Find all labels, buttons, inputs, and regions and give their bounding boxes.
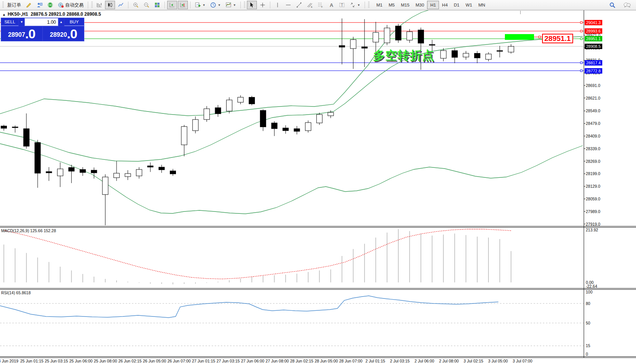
candle-bearish [1,126,7,128]
svg-text:E: E [311,6,312,8]
candle-bearish [170,171,176,174]
trendline-icon[interactable] [294,1,304,9]
candle-bearish [35,143,41,173]
level-anchor-square [580,62,582,64]
candle-bullish [486,54,491,59]
sell-price-button[interactable]: 28907.0 [1,26,42,41]
candle-bearish [271,123,277,129]
text-label-icon[interactable]: T [337,1,347,9]
candle-bearish [474,53,480,58]
candle-bearish [23,129,29,146]
candle-bullish [192,120,198,131]
period-clock-icon[interactable]: ▼ [208,1,223,9]
candle-bullish [373,33,379,42]
sell-button[interactable]: SELL [1,18,18,26]
candle-bearish [12,127,18,128]
zoom-out-icon[interactable] [141,1,151,9]
candle-bullish [58,169,63,176]
pencil-icon[interactable] [24,1,34,9]
candle-bearish [294,129,300,131]
candle-bearish [148,166,153,167]
candle-bearish [69,167,74,171]
level-anchor-square [580,70,582,72]
chevron-down-icon: ▼ [357,3,360,7]
pane-divider[interactable] [0,227,636,228]
zoom-in-icon[interactable] [131,1,141,9]
level-anchor-square [580,21,582,23]
one-click-trading-panel: SELL ▼ 1.00 ▲ BUY 28907.0 28920.0 [1,18,84,41]
chart-text-annotation[interactable]: 多空转折点 [373,48,434,64]
auto-scroll-icon[interactable] [178,1,188,9]
candle-bearish [429,44,435,45]
candle-bearish [260,110,266,127]
price-badge: 28951.1 [585,36,602,41]
horizontal-line-icon[interactable] [283,1,293,9]
chart-canvas[interactable] [0,0,636,364]
volume-decrease-button[interactable]: ▼ [19,18,25,26]
candle-bearish [418,30,424,43]
candle-bullish [508,46,514,52]
timeframe-m1[interactable]: M1 [373,1,386,9]
candle-bullish [181,126,187,145]
price-badge: 28772.8 [585,68,602,74]
timeframe-m30[interactable]: M30 [412,1,427,9]
price-badge: 28908.5 [585,44,602,49]
candle-bullish [204,109,210,120]
timeframe-h4[interactable]: H4 [439,1,451,9]
search-icon[interactable] [607,1,618,9]
collapse-icon[interactable]: ▲ [2,13,6,16]
candle-bullish [136,169,142,176]
candle-bullish [238,97,243,102]
pane-divider[interactable] [0,226,636,226]
highlight-rectangle [505,34,534,40]
buy-price-main: 28920 [50,29,67,41]
chart-shift-icon[interactable] [167,1,177,9]
candle-bearish [46,172,52,173]
volume-input[interactable]: 1.00 [25,18,58,26]
channel-icon[interactable]: E [305,1,315,9]
fibonacci-icon[interactable]: F [316,1,325,9]
candle-bearish [339,46,345,47]
price-callout-label[interactable]: 28951.1 [542,34,573,43]
tile-windows-icon[interactable] [152,1,162,9]
crosshair-icon[interactable] [258,1,268,9]
timeframe-d1[interactable]: D1 [451,1,463,9]
candle-bullish [317,115,322,123]
volume-increase-button[interactable]: ▲ [58,18,64,26]
chevron-down-icon: ▼ [233,3,236,7]
chat-icon[interactable] [621,1,633,9]
expert-advisors-icon[interactable] [35,1,44,9]
timeframe-m5[interactable]: M5 [386,1,398,9]
timeframe-h1[interactable]: H1 [427,1,439,9]
new-chart-icon[interactable]: ▼ [193,1,207,9]
auto-trading-button[interactable]: 自动交易 [56,1,85,9]
new-order-button[interactable]: 新订单 [5,1,23,9]
candle-bullish [384,28,390,43]
vertical-line-icon[interactable] [273,1,283,9]
buy-price-button[interactable]: 28920.0 [43,26,84,41]
timeframe-m15[interactable]: M15 [398,1,412,9]
pane-divider [0,357,636,358]
timeframe-w1[interactable]: W1 [463,1,475,9]
candle-bearish [249,97,255,104]
svg-text:F: F [321,6,323,8]
buy-button[interactable]: BUY [64,18,84,26]
auto-trading-label: 自动交易 [65,2,84,8]
candle-bullish [102,177,108,195]
candlestick-icon[interactable] [105,1,115,9]
pane-divider[interactable] [0,289,636,290]
signals-icon[interactable] [45,1,55,9]
text-icon[interactable]: A [326,1,336,9]
candle-bearish [215,108,221,114]
svg-text:A: A [330,2,334,8]
line-chart-icon[interactable] [116,1,126,9]
bar-chart-icon[interactable] [94,1,104,9]
arrows-icon[interactable]: ▼ [348,1,362,9]
candle-bullish [350,39,356,48]
cursor-icon[interactable] [247,1,257,9]
sell-price-frac: .0 [25,27,35,41]
pane-divider[interactable] [0,288,636,289]
bollinger-lower [0,144,583,214]
timeframe-mn[interactable]: MN [475,1,488,9]
indicators-icon[interactable]: ▼ [224,1,238,9]
